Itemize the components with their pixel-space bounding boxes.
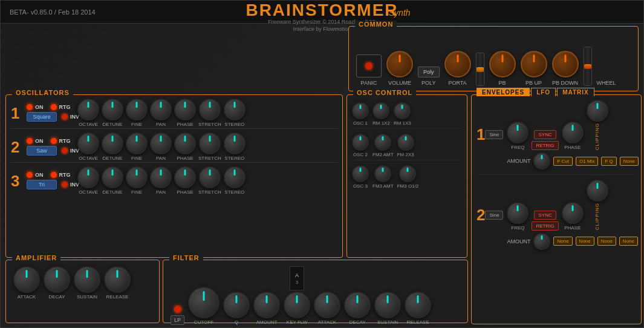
env1-freq-knob[interactable]: [507, 122, 529, 143]
osc2-ctrl-k1[interactable]: [352, 134, 369, 151]
osc2-stereo-knob[interactable]: [224, 133, 246, 154]
env1-opt2-btn[interactable]: O1 Mix: [576, 157, 598, 166]
osc3-inv-led[interactable]: [62, 182, 68, 188]
osc3-octave-knob[interactable]: [77, 166, 99, 188]
amplifier-title: AMPLIFIER: [12, 254, 60, 261]
osc2-fine-knob[interactable]: [126, 133, 148, 154]
panel-tabs: ENVELOPES LFO MATRIX: [476, 88, 594, 96]
osc3-phase-knob[interactable]: [174, 166, 196, 188]
osc2-wave-btn[interactable]: Saw: [27, 146, 57, 156]
osc1-stretch-knob[interactable]: [199, 99, 221, 120]
env1-amount-knob[interactable]: [533, 153, 550, 169]
osc2-inv-led[interactable]: [62, 148, 68, 154]
env2-phase-knob[interactable]: [562, 202, 584, 224]
osc2-ctrl-knob1: OSC 2: [352, 134, 369, 157]
amp-decay-knob[interactable]: [44, 266, 70, 293]
filter-release-knob[interactable]: [405, 292, 431, 318]
wheel-item: WHEEL: [597, 80, 616, 86]
env2-knobs-col: FREQ SYNC RETRIG PHASE CLIPPING: [507, 180, 638, 249]
volume-knob[interactable]: [386, 51, 413, 77]
osc2-ctrl-k3[interactable]: [397, 134, 414, 151]
env2-retrig-btn[interactable]: RETRIG: [532, 221, 558, 231]
env1-opt4-btn[interactable]: None: [620, 157, 639, 166]
filter-q-knob[interactable]: [223, 292, 250, 318]
env2-opt3-btn[interactable]: None: [597, 237, 616, 246]
filter-mode-btn[interactable]: LP: [171, 315, 184, 325]
osc1-ctrl-k2[interactable]: [372, 102, 389, 119]
env1-phase-knob[interactable]: [562, 122, 584, 143]
osc2-octave-knob[interactable]: [77, 133, 99, 154]
osc2-ctrl-k2[interactable]: [374, 134, 391, 151]
env1-sine-btn[interactable]: Sine: [485, 130, 503, 139]
env1-opt1-btn[interactable]: F Cut: [553, 157, 573, 166]
filter-sustain-knob[interactable]: [374, 292, 401, 318]
osc1-rtg-led[interactable]: [51, 104, 57, 110]
env2-amount-knob[interactable]: [533, 233, 550, 250]
osc3-wave-btn[interactable]: Tri: [27, 180, 57, 189]
env1-sync-btn[interactable]: SYNC: [534, 130, 556, 139]
env1-clipping-knob[interactable]: [587, 100, 608, 122]
osc3-on-led[interactable]: [27, 172, 33, 178]
osc-control-panel: OSC CONTROL OSC 1 RM 1x2 RM 1x3: [346, 94, 467, 258]
env1-opt3-btn[interactable]: F Q: [601, 157, 616, 166]
osc3-ctrl-knob1: OSC 3: [352, 165, 369, 189]
env2-opt4-btn[interactable]: None: [619, 237, 638, 246]
osc1-octave-knob[interactable]: [77, 99, 99, 120]
osc3-pan-knob[interactable]: [150, 166, 172, 188]
env2-opt1-btn[interactable]: None: [553, 237, 572, 246]
osc3-rtg-led[interactable]: [51, 172, 57, 178]
filter-attack-knob[interactable]: [314, 292, 340, 318]
osc3-ctrl-k3[interactable]: [399, 165, 416, 182]
osc2-rtg-led[interactable]: [51, 138, 57, 144]
filter-decay-knob[interactable]: [344, 292, 371, 318]
osc2-pan-knob[interactable]: [150, 133, 172, 154]
amp-attack-knob[interactable]: [13, 266, 40, 293]
osc2-detune-knob[interactable]: [102, 133, 123, 154]
osc1-fine-knob[interactable]: [126, 99, 148, 120]
env2-sync-btn[interactable]: SYNC: [534, 211, 556, 220]
osc1-ctrl-k3[interactable]: [394, 102, 411, 119]
porta-knob[interactable]: [444, 51, 471, 77]
wheel-slider[interactable]: [584, 47, 592, 86]
amp-sustain-knob[interactable]: [74, 266, 100, 293]
osc3-ctrl-k1[interactable]: [352, 165, 369, 182]
osc1-detune-knob[interactable]: [102, 99, 123, 120]
osc3-fine-knob[interactable]: [126, 166, 148, 188]
tab-envelopes[interactable]: ENVELOPES: [476, 88, 530, 96]
osc1-wave-btn[interactable]: Square: [27, 112, 57, 122]
tab-matrix[interactable]: MATRIX: [557, 88, 594, 96]
env1-retrig-btn[interactable]: RETRIG: [532, 141, 558, 150]
osc3-stretch-knob[interactable]: [199, 166, 221, 188]
filter-amount-knob[interactable]: [253, 292, 280, 318]
tab-lfo[interactable]: LFO: [531, 88, 556, 96]
osc2-stretch-knob[interactable]: [199, 133, 221, 154]
osc1-stereo-knob[interactable]: [224, 99, 246, 120]
osc1-phase-knob[interactable]: [174, 99, 196, 120]
pb-up-knob[interactable]: [521, 51, 547, 77]
osc3-detune-knob[interactable]: [102, 166, 123, 188]
filter-keyflw-knob[interactable]: [284, 292, 310, 318]
osc3-stereo-knob[interactable]: [224, 166, 246, 188]
env2-opt2-btn[interactable]: None: [576, 237, 594, 246]
poly-button[interactable]: Poly: [418, 67, 440, 77]
osc2-phase-knob[interactable]: [174, 133, 196, 154]
osc3-ctrl-k2[interactable]: [374, 165, 391, 182]
osc1-ctrl-k1[interactable]: [352, 102, 369, 119]
env2-sine-btn[interactable]: Sine: [485, 211, 503, 220]
osc1-inv-led[interactable]: [62, 114, 68, 120]
amp-release-knob[interactable]: [104, 266, 131, 293]
env2-freq-knob[interactable]: [507, 202, 529, 224]
pb-down-knob[interactable]: [552, 51, 579, 77]
osc1-knobs: OCTAVE DETUNE FINE PAN PHASE: [77, 99, 246, 127]
osc1-pan-knob[interactable]: [150, 99, 172, 120]
osc2-on-led[interactable]: [27, 138, 33, 144]
filter-cutoff-knob[interactable]: [188, 287, 220, 318]
env2-clipping-knob[interactable]: [587, 180, 608, 202]
filter-inner: LP CUTOFF Q AMOUNT A 3: [163, 260, 467, 328]
osc3-pan: PAN: [150, 166, 172, 195]
osc2-phase: PHASE: [174, 133, 196, 161]
porta-slider[interactable]: [476, 53, 484, 86]
pb-knob[interactable]: [489, 51, 516, 77]
filter-keyflw-label: KEY FLW: [287, 320, 307, 325]
osc1-on-led[interactable]: [27, 104, 33, 110]
